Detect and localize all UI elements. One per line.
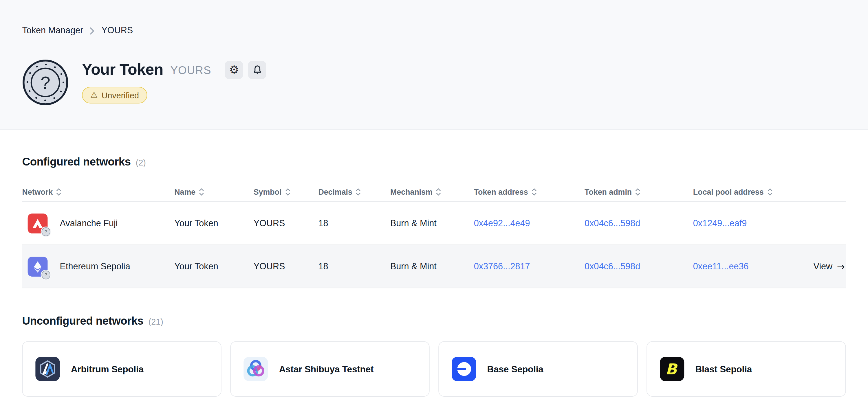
cell-name: Your Token	[174, 218, 253, 228]
cell-mechanism: Burn & Mint	[390, 261, 474, 271]
column-header-token-admin[interactable]: Token admin	[585, 187, 693, 196]
notifications-button[interactable]	[248, 61, 267, 79]
token-manager-page: Token Manager YOURS ? Your Token YOURS	[0, 0, 868, 401]
column-header-local-pool-address[interactable]: Local pool address	[693, 187, 796, 196]
view-row-link[interactable]: View →	[813, 261, 844, 272]
configured-networks-count: (2)	[136, 158, 146, 167]
table-row-avalanche-fuji[interactable]: ? Avalanche Fuji Your Token YOURS 18 Bur…	[22, 202, 846, 245]
cell-symbol: YOURS	[254, 261, 318, 271]
token-admin-link[interactable]: 0x04c6...598d	[585, 218, 640, 228]
blast-network-icon: B	[660, 357, 684, 381]
configured-networks-table: Network Name Symbol Decimals Mechanism	[22, 182, 846, 288]
sort-icon	[56, 188, 62, 196]
base-network-icon	[452, 357, 476, 381]
chevron-right-icon	[90, 27, 95, 35]
svg-text:?: ?	[40, 73, 51, 93]
column-header-token-address[interactable]: Token address	[474, 187, 585, 196]
gear-icon: ⚙	[229, 64, 239, 75]
token-mini-badge: ?	[41, 270, 51, 279]
network-card-label: Blast Sepolia	[695, 364, 752, 374]
network-card-blast-sepolia[interactable]: B Blast Sepolia	[647, 341, 846, 397]
table-header-row: Network Name Symbol Decimals Mechanism	[22, 182, 846, 202]
unconfigured-networks-title: Unconfigured networks	[22, 313, 143, 328]
configured-networks-heading: Configured networks (2)	[22, 130, 846, 169]
column-header-decimals[interactable]: Decimals	[318, 187, 390, 196]
page-header: Token Manager YOURS ? Your Token YOURS	[0, 0, 868, 130]
cell-name: Your Token	[174, 261, 253, 271]
sort-icon	[285, 188, 290, 196]
arrow-right-icon: →	[837, 261, 844, 272]
arbitrum-network-icon	[35, 357, 60, 381]
unconfigured-networks-heading: Unconfigured networks (21)	[22, 288, 846, 328]
table-row-ethereum-sepolia[interactable]: ? Ethereum Sepolia Your Token YOURS 18 B…	[22, 245, 846, 288]
token-mini-badge: ?	[41, 227, 51, 236]
local-pool-address-link[interactable]: 0x1249...eaf9	[693, 218, 747, 228]
cell-decimals: 18	[318, 261, 390, 271]
blast-monogram: B	[665, 361, 679, 376]
breadcrumb-current: YOURS	[101, 25, 133, 36]
unconfigured-networks-grid: Arbitrum Sepolia Astar Shibuya Testnet	[22, 341, 846, 397]
token-address-link[interactable]: 0x4e92...4e49	[474, 218, 530, 228]
breadcrumb: Token Manager YOURS	[22, 0, 846, 36]
warning-icon: ⚠	[90, 91, 98, 100]
network-name: Ethereum Sepolia	[60, 261, 130, 271]
unconfigured-networks-count: (21)	[149, 317, 163, 327]
token-avatar: ?	[22, 59, 69, 106]
network-card-label: Astar Shibuya Testnet	[279, 364, 374, 374]
page-content: Configured networks (2) Network Name Sym…	[0, 130, 868, 397]
network-name: Avalanche Fuji	[60, 218, 118, 228]
astar-network-icon	[244, 357, 268, 381]
network-card-label: Arbitrum Sepolia	[71, 364, 144, 374]
token-symbol: YOURS	[170, 64, 211, 77]
settings-button[interactable]: ⚙	[225, 61, 243, 79]
network-card-arbitrum-sepolia[interactable]: Arbitrum Sepolia	[22, 341, 221, 397]
local-pool-address-link[interactable]: 0xee11...ee36	[693, 261, 749, 271]
sort-icon	[635, 188, 641, 196]
network-card-label: Base Sepolia	[487, 364, 544, 374]
bell-icon	[252, 65, 262, 75]
column-header-mechanism[interactable]: Mechanism	[390, 187, 474, 196]
column-header-symbol[interactable]: Symbol	[254, 187, 318, 196]
column-header-network[interactable]: Network	[22, 187, 174, 196]
sort-icon	[355, 188, 361, 196]
token-admin-link[interactable]: 0x04c6...598d	[585, 261, 640, 271]
configured-networks-title: Configured networks	[22, 154, 131, 169]
network-card-base-sepolia[interactable]: Base Sepolia	[438, 341, 638, 397]
status-badge-label: Unverified	[102, 91, 139, 100]
cell-symbol: YOURS	[254, 218, 318, 228]
page-title: Your Token	[82, 59, 163, 80]
status-badge-unverified: ⚠ Unverified	[82, 87, 147, 103]
sort-icon	[767, 188, 772, 196]
sort-icon	[436, 188, 441, 196]
sort-icon	[199, 188, 205, 196]
network-card-astar-shibuya[interactable]: Astar Shibuya Testnet	[230, 341, 429, 397]
cell-decimals: 18	[318, 218, 390, 228]
token-header: ? Your Token YOURS ⚙	[22, 59, 846, 106]
sort-icon	[531, 188, 537, 196]
breadcrumb-token-manager[interactable]: Token Manager	[22, 25, 83, 36]
column-header-name[interactable]: Name	[174, 187, 253, 196]
token-address-link[interactable]: 0x3766...2817	[474, 261, 530, 271]
cell-mechanism: Burn & Mint	[390, 218, 474, 228]
